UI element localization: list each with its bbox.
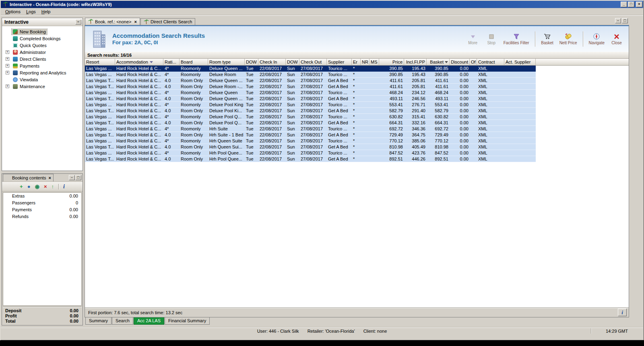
minimize-pane-button[interactable]: − — [69, 175, 75, 180]
table-row[interactable]: Las Vegas T...Hard Rock Hotel & C...4.0R… — [85, 84, 536, 90]
column-header-er[interactable]: Er — [352, 59, 361, 66]
table-cell — [504, 138, 536, 144]
menu-options[interactable]: Options — [2, 8, 23, 15]
column-header-nr[interactable]: NR — [361, 59, 369, 66]
table-cell — [504, 96, 536, 101]
table-row[interactable]: Las Vegas ...Hard Rock Hotel & C...4*Roo… — [85, 126, 536, 132]
table-row[interactable]: Las Vegas ...Hard Rock Hotel & C...4*Roo… — [85, 138, 536, 144]
basket-button[interactable]: Basket — [539, 32, 555, 46]
table-row[interactable]: Las Vegas T...Hard Rock Hotel & C...4.0R… — [85, 156, 536, 162]
table-cell: Las Vegas ... — [85, 150, 115, 156]
column-header-incl-fl-pp[interactable]: Incl.Fl.PP — [404, 59, 427, 66]
total-label: Deposit — [5, 308, 21, 313]
table-cell: Tourico ... — [327, 114, 352, 119]
column-header-resort[interactable]: Resort — [85, 59, 115, 66]
column-header-price[interactable]: Price — [379, 59, 404, 66]
column-header-check-out[interactable]: Check Out — [299, 59, 327, 66]
sidebar-item-viewdata[interactable]: Viewdata — [2, 76, 83, 83]
minimize-button[interactable]: _ — [621, 2, 627, 7]
close-booking-contents-icon[interactable]: × — [48, 176, 51, 180]
table-cell — [470, 78, 477, 83]
sidebar-item-reporting-and-analytics[interactable]: +Reporting and Analytics — [2, 69, 83, 76]
table-cell: Room Only — [180, 84, 208, 89]
column-header-supplier[interactable]: Supplier — [327, 59, 352, 66]
expand-icon[interactable]: + — [6, 84, 9, 88]
table-row[interactable]: Las Vegas ...Hard Rock Hotel & C...4*Roo… — [85, 102, 536, 108]
sidebar-item-completed-bookings[interactable]: Completed Bookings — [2, 35, 83, 42]
column-header-basket[interactable]: Basket — [427, 59, 450, 66]
table-row[interactable]: Las Vegas ...Hard Rock Hotel & C...4*Roo… — [85, 90, 536, 96]
table-cell: Tourico ... — [327, 66, 352, 71]
restore-pane-button[interactable]: □ — [75, 175, 81, 180]
sidebar-item-administrator[interactable]: +Administrator — [2, 49, 83, 56]
table-row[interactable]: Las Vegas ...Hard Rock Hotel & C...4*Roo… — [85, 150, 536, 156]
menu-help[interactable]: Help — [39, 8, 54, 15]
move-up-icon[interactable]: ↑ — [52, 184, 54, 189]
filter-icon[interactable] — [150, 61, 153, 63]
table-row[interactable]: Las Vegas T...Hard Rock Hotel & C...4.0R… — [85, 144, 536, 150]
tab-book-ref-none[interactable]: Book. ref.: <none>× — [85, 18, 140, 25]
table-row[interactable]: Las Vegas T...Hard Rock Hotel & C...4.0R… — [85, 120, 536, 126]
booking-list-item[interactable]: Payments0.00 — [3, 206, 81, 213]
sidebar-item-direct-clients[interactable]: +Direct Clients — [2, 56, 83, 62]
booking-list-item[interactable]: Refunds0.00 — [3, 213, 81, 220]
restore-pane-button[interactable]: □ — [622, 18, 628, 23]
booking-contents-tab[interactable]: Booking contents × — [3, 174, 54, 181]
table-row[interactable]: Las Vegas ...Hard Rock Hotel & C...4*Roo… — [85, 114, 536, 120]
globe-icon[interactable]: ● — [27, 184, 31, 189]
sidebar-item-maintenance[interactable]: +Maintenance — [2, 83, 83, 90]
bottom-tab-summary[interactable]: Summary — [85, 317, 111, 325]
table-row[interactable]: Las Vegas ...Hard Rock Hotel & C...4*Roo… — [85, 72, 536, 78]
bottom-tab-search[interactable]: Search — [112, 317, 133, 325]
expand-icon[interactable]: + — [6, 50, 9, 54]
sidebar-item-quick-quotes[interactable]: Quick Quotes — [2, 42, 83, 49]
table-row[interactable]: Las Vegas T...Hard Rock Hotel & C...4.0R… — [85, 108, 536, 114]
sidebar-item-payments[interactable]: +Payments — [2, 62, 83, 69]
transfer-icon[interactable]: ◉ — [35, 184, 39, 189]
navigate-button[interactable]: Navigate — [587, 32, 606, 46]
bottom-tab-financial-summary[interactable]: Financial Summary — [165, 317, 210, 325]
column-header-rati[interactable]: Rati... — [163, 59, 180, 66]
facilities-filter-button[interactable]: Facilities Filter — [502, 32, 531, 46]
collapse-panel-button[interactable]: − — [75, 19, 81, 25]
column-header-room-type[interactable]: Room type — [208, 59, 245, 66]
column-header-discount[interactable]: Discount — [450, 59, 470, 66]
column-header-check-in[interactable]: Check In — [258, 59, 286, 66]
minimize-pane-button[interactable]: − — [615, 18, 621, 23]
table-row[interactable]: Las Vegas T...Hard Rock Hotel & C...4.0R… — [85, 78, 536, 84]
expand-icon[interactable]: + — [6, 64, 9, 68]
table-cell: Deluxe Room -... — [208, 84, 245, 89]
delete-icon[interactable]: × — [44, 184, 47, 189]
expand-icon[interactable]: + — [6, 57, 9, 61]
close-button[interactable]: × — [636, 2, 642, 7]
column-header-of[interactable]: Of — [470, 59, 477, 66]
booking-contents-panel: Booking contents × − □ +●◉×↑i Extras0.00… — [2, 173, 83, 325]
table-row[interactable]: Las Vegas T...Hard Rock Hotel & C...4.0R… — [85, 96, 536, 102]
booking-list-item[interactable]: Extras0.00 — [3, 193, 81, 200]
info-icon[interactable]: i — [63, 184, 65, 189]
bottom-tab-acc-2a-las[interactable]: Acc 2A LAS — [134, 317, 164, 325]
column-header-ms[interactable]: MS — [369, 59, 379, 66]
expand-icon[interactable]: + — [6, 71, 9, 74]
column-header-board[interactable]: Board — [180, 59, 208, 66]
column-header-dow[interactable]: DOW — [245, 59, 258, 66]
table-row[interactable]: Las Vegas T...Hard Rock Hotel & C...4.0R… — [85, 132, 536, 138]
sidebar-item-new-booking[interactable]: New Booking — [2, 28, 83, 35]
table-cell: 630.82 — [379, 114, 404, 119]
maximize-button[interactable]: □ — [628, 2, 634, 7]
booking-list-item[interactable]: Passengers0 — [3, 200, 81, 206]
table-row[interactable]: Las Vegas ...Hard Rock Hotel & C...4*Roo… — [85, 66, 536, 72]
table-cell: Roomonly — [180, 150, 208, 156]
nett-price-button[interactable]: Nett Price — [558, 32, 579, 46]
close-button[interactable]: Close — [609, 32, 625, 46]
column-header-act-supplier[interactable]: Act. Supplier — [504, 59, 536, 66]
close-tab-icon[interactable]: × — [134, 20, 137, 24]
add-icon[interactable]: + — [20, 184, 23, 189]
menu-logs[interactable]: Logs — [23, 8, 39, 15]
column-header-accommodation[interactable]: Accommodation — [115, 59, 163, 66]
tab-direct-clients-search[interactable]: Direct Clients Search — [140, 18, 195, 25]
info-button[interactable]: i — [618, 309, 627, 316]
sidebar-item-label: Quick Quotes — [20, 43, 47, 48]
column-header-dow[interactable]: DOW — [286, 59, 299, 66]
column-header-contract[interactable]: Contract — [477, 59, 504, 66]
